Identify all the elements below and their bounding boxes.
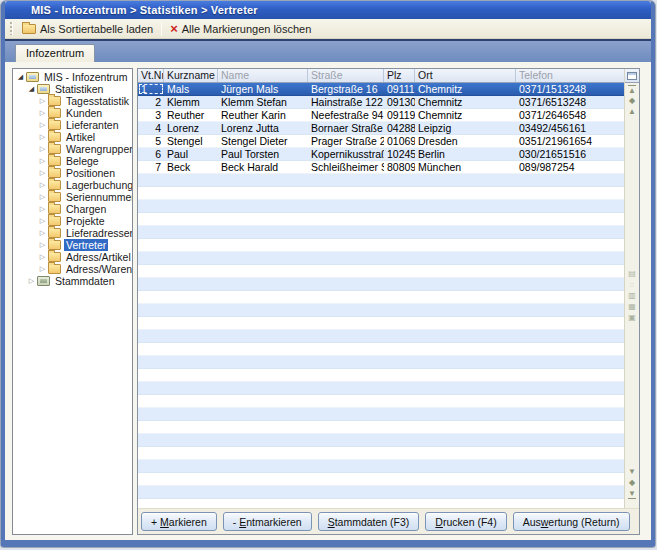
load-sort-table-button[interactable]: Als Sortiertabelle laden: [17, 20, 158, 38]
expand-icon[interactable]: ▷: [38, 107, 47, 119]
expand-icon[interactable]: ▷: [38, 227, 47, 239]
tree-item-label[interactable]: Adress/Warengruppen: [64, 263, 133, 275]
tree-item-chargen[interactable]: ▷Chargen: [13, 203, 132, 215]
cell-telefon: 0371/1513248: [516, 83, 624, 95]
expand-icon[interactable]: ▷: [38, 143, 47, 155]
empty-cell: [218, 265, 308, 277]
columns-icon[interactable]: ▦: [628, 302, 636, 312]
tree-item-adress-warengruppen[interactable]: ▷Adress/Warengruppen: [13, 263, 132, 275]
tree-item-label[interactable]: Projekte: [64, 215, 107, 227]
tab-infozentrum[interactable]: Infozentrum: [15, 44, 95, 62]
empty-table-row: [138, 356, 624, 369]
tree-item-artikel[interactable]: ▷Artikel: [13, 131, 132, 143]
tree-item-projekte[interactable]: ▷Projekte: [13, 215, 132, 227]
scroll-marker-icon[interactable]: ◆: [629, 478, 635, 488]
tree-item-label[interactable]: Chargen: [64, 203, 108, 215]
scroll-up-icon[interactable]: ▲: [628, 107, 636, 117]
tree-item-mis-infozentrum[interactable]: ◢MIS - Infozentrum: [13, 71, 132, 83]
mark-button[interactable]: + Markieren: [141, 512, 217, 531]
cell-plz: 10245: [384, 148, 415, 160]
table-row[interactable]: 7BeckBeck HaraldSchleißheimer Straße 378…: [138, 161, 624, 174]
tree-item-label[interactable]: Warengruppen: [64, 143, 133, 155]
scroll-to-bottom-icon[interactable]: ▼: [628, 489, 636, 499]
print-button[interactable]: Drucken (F4): [425, 512, 506, 531]
expand-icon[interactable]: ▷: [38, 179, 47, 191]
expand-icon[interactable]: ▷: [38, 131, 47, 143]
empty-cell: [516, 200, 624, 212]
app-window: MIS - Infozentrum > Statistiken > Vertre…: [1, 1, 655, 547]
table-row[interactable]: 6PaulPaul TorstenKopernikusstraße 471024…: [138, 148, 624, 161]
tree-item-label[interactable]: Positionen: [64, 167, 117, 179]
tree-item-label[interactable]: Lagerbuchungen: [64, 179, 133, 191]
search-icon[interactable]: ◌: [630, 280, 635, 290]
clear-marks-button[interactable]: × Alle Markierungen löschen: [165, 20, 316, 38]
tree-item-label[interactable]: Lieferadressen: [64, 227, 133, 239]
expand-icon[interactable]: ▷: [38, 251, 47, 263]
tree-item-label[interactable]: Lieferanten: [64, 119, 121, 131]
tree-item-warengruppen[interactable]: ▷Warengruppen: [13, 143, 132, 155]
tree-item-lieferadressen[interactable]: ▷Lieferadressen: [13, 227, 132, 239]
scroll-to-top-icon[interactable]: ▲: [628, 85, 636, 95]
column-header-telefon[interactable]: Telefon: [516, 69, 624, 82]
tree-item-label[interactable]: MIS - Infozentrum: [42, 71, 129, 83]
unmark-button[interactable]: - Entmarkieren: [223, 512, 312, 531]
evaluation-button[interactable]: Auswertung (Return): [513, 512, 630, 531]
table-row[interactable]: 1MalsJürgen MalsBergstraße 1609111Chemni…: [138, 83, 624, 96]
expand-icon[interactable]: ▷: [38, 215, 47, 227]
tree-item-label[interactable]: Adress/Artikel: [64, 251, 133, 263]
table-row[interactable]: 4LorenzLorenz JuttaBornaer Straße 940428…: [138, 122, 624, 135]
scroll-marker-icon[interactable]: ◆: [629, 96, 635, 106]
column-header-vt-nr[interactable]: Vt.Nr▼: [138, 69, 164, 82]
tree-item-label[interactable]: Vertreter: [64, 239, 108, 251]
tree-item-label[interactable]: Seriennummern: [64, 191, 133, 203]
select-window-icon[interactable]: ▣: [628, 313, 636, 323]
column-header-name[interactable]: Name: [218, 69, 308, 82]
collapse-icon[interactable]: ◢: [16, 71, 25, 83]
tree-item-label[interactable]: Statistiken: [53, 83, 105, 95]
expand-icon[interactable]: ▷: [38, 191, 47, 203]
empty-cell: [415, 382, 516, 394]
column-header-ort[interactable]: Ort: [415, 69, 516, 82]
tree-item-belege[interactable]: ▷Belege: [13, 155, 132, 167]
column-chooser-button[interactable]: [625, 69, 639, 83]
expand-icon[interactable]: ▷: [38, 203, 47, 215]
column-header-plz[interactable]: Plz: [384, 69, 415, 82]
tree-item-lagerbuchungen[interactable]: ▷Lagerbuchungen: [13, 179, 132, 191]
tree-item-vertreter[interactable]: ▷Vertreter: [13, 239, 132, 251]
toolbar-grip[interactable]: [10, 22, 13, 35]
table-row[interactable]: 3ReutherReuther KarinNeefestraße 9409119…: [138, 109, 624, 122]
tree-item-positionen[interactable]: ▷Positionen: [13, 167, 132, 179]
tree-item-lieferanten[interactable]: ▷Lieferanten: [13, 119, 132, 131]
tree-item-stammdaten[interactable]: ▷Stammdaten: [13, 275, 132, 287]
expand-icon[interactable]: ▷: [27, 275, 36, 287]
tree-item-adress-artikel[interactable]: ▷Adress/Artikel: [13, 251, 132, 263]
empty-cell: [308, 473, 384, 485]
column-header-straße[interactable]: Straße: [308, 69, 384, 82]
tree-item-label[interactable]: Belege: [64, 155, 101, 167]
expand-icon[interactable]: ▷: [38, 155, 47, 167]
tree-item-label[interactable]: Tagesstatistik: [64, 95, 131, 107]
expand-icon[interactable]: ▷: [38, 167, 47, 179]
expand-icon[interactable]: ▷: [38, 119, 47, 131]
table-row[interactable]: 2KlemmKlemm StefanHainstraße 12209130Che…: [138, 96, 624, 109]
master-data-button[interactable]: Stammdaten (F3): [318, 512, 420, 531]
grid-view-icon[interactable]: ▥: [628, 291, 636, 301]
tree-item-label[interactable]: Kunden: [64, 107, 104, 119]
tree-item-kunden[interactable]: ▷Kunden: [13, 107, 132, 119]
empty-cell: [384, 317, 415, 329]
tree-item-label[interactable]: Stammdaten: [53, 275, 117, 287]
table-row[interactable]: 5StengelStengel DieterPrager Straße 2120…: [138, 135, 624, 148]
tree-item-tagesstatistik[interactable]: ▷Tagesstatistik: [13, 95, 132, 107]
card-view-icon[interactable]: ▤: [628, 269, 636, 279]
empty-cell: [218, 421, 308, 433]
scroll-down-icon[interactable]: ▼: [628, 467, 636, 477]
tree-item-label[interactable]: Artikel: [64, 131, 97, 143]
expand-icon[interactable]: ▷: [38, 239, 47, 251]
collapse-icon[interactable]: ◢: [27, 83, 36, 95]
column-header-kurzname[interactable]: Kurzname: [164, 69, 218, 82]
expand-icon[interactable]: ▷: [38, 95, 47, 107]
tree-item-seriennummern[interactable]: ▷Seriennummern: [13, 191, 132, 203]
empty-cell: [516, 265, 624, 277]
expand-icon[interactable]: ▷: [38, 263, 47, 275]
tree-item-statistiken[interactable]: ◢Statistiken: [13, 83, 132, 95]
